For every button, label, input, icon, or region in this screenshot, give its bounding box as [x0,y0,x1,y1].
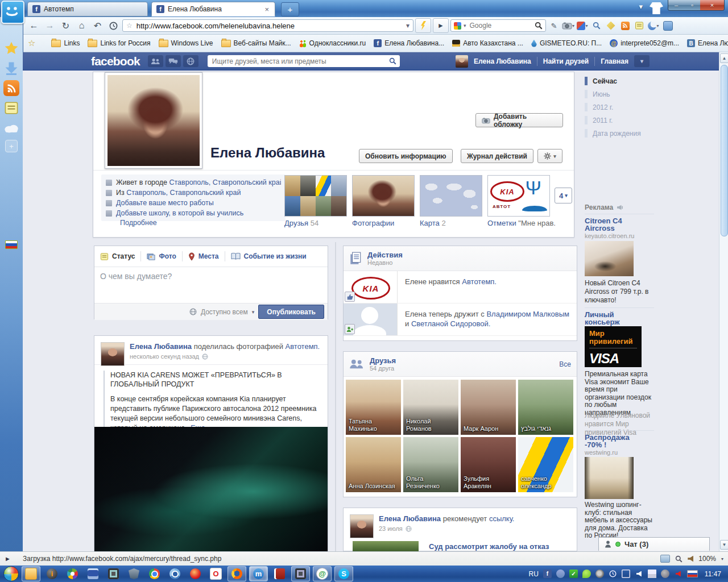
see-all-friends-link[interactable]: Все [559,360,571,368]
tab-life-event[interactable]: Событие из жизни [231,252,307,260]
friend-tile[interactable]: Марк Аарон [461,380,516,435]
menu-caret-icon[interactable]: ▾ [636,0,645,13]
account-caret-icon[interactable]: ▾ [634,55,650,67]
taskbar-shield-app[interactable] [125,567,143,581]
cloud-icon[interactable] [3,120,19,136]
messages-icon[interactable] [166,55,181,67]
zoom-level[interactable]: 100% [698,555,716,563]
tab-place[interactable]: Места [188,252,219,261]
taskbar-explorer[interactable] [22,566,40,581]
settings-gear-button[interactable]: ▾ [537,149,562,163]
close-button[interactable]: × [700,0,724,10]
tray-sound-red-icon[interactable] [674,569,682,578]
map-tile[interactable] [420,175,482,217]
ad-visa-image[interactable]: Мир привилегий VISA [585,326,642,367]
activity-log-button[interactable]: Журнал действий [461,149,533,163]
night-mode-icon[interactable]: ▾ [647,19,660,32]
back-icon[interactable]: ← [27,19,41,32]
undo-icon[interactable]: ↶ [90,19,105,32]
post-target-link[interactable]: ссылку. [489,514,515,523]
favorites-star-icon[interactable] [3,40,19,56]
taskbar-save-tool[interactable] [84,567,102,581]
forward-icon[interactable]: → [43,19,57,32]
tray-facebook-icon[interactable]: f [543,569,552,578]
liked-page-link[interactable]: Автотемп. [462,277,497,286]
photos-tile[interactable] [352,175,415,217]
from-city-link[interactable]: Ставрополь, Ставропольский край [126,189,241,197]
browser-tab-avtotemp[interactable]: f Автотемп [27,2,148,16]
friends-tile-label[interactable]: Друзья 54 [284,219,318,227]
page-scrollbar[interactable]: ▲ ▼ [719,52,728,551]
notes-icon[interactable] [3,100,19,116]
timeline-birthday[interactable]: Дата рождения [593,130,641,138]
link-preview-thumb[interactable] [353,541,419,551]
tray-globe-icon[interactable] [661,569,669,578]
tray-scheduler-icon[interactable] [609,569,617,578]
bookmark-mail[interactable]: @interprete052@m... [610,39,679,47]
skin-icon[interactable] [650,2,663,14]
ad-westwing-image[interactable] [585,457,634,499]
friend-tile[interactable]: Ольга Резниченко [403,437,458,492]
start-button[interactable] [3,566,19,581]
bookmark-websites-ms[interactable]: Веб-сайты Майк... [221,39,291,47]
taskbar-laptop2[interactable] [291,566,310,581]
timeline-2012[interactable]: 2012 г. [593,103,613,111]
tray-mail-icon[interactable] [648,569,656,578]
bookmark-elena-vk[interactable]: ВЕлена Любавина [687,39,728,47]
tray-volume-icon[interactable] [635,569,643,578]
bookmark-windows-live[interactable]: Windows Live [159,39,213,47]
bookmark-star-icon[interactable]: ☆ [126,22,133,30]
history-clock-icon[interactable] [106,19,121,32]
tray-flag-ru-icon[interactable] [687,570,698,577]
activity-title-link[interactable]: Действия [367,251,403,259]
add-work-link[interactable]: Добавьте ваше место работы [116,198,214,208]
friend-tile[interactable]: Зульфия Аракелян [461,437,516,492]
more-tiles-button[interactable]: 4▾ [555,188,572,203]
friend-tile[interactable]: Николай Романов [403,380,458,435]
article-title[interactable]: НОВАЯ KIA CARENS МОЖЕТ «ПРЕВРАТИТЬСЯ» В … [110,371,320,389]
bookmark-links[interactable]: Links [51,39,80,47]
chat-bar[interactable]: Чат (3) [598,537,710,551]
add-sidebar-item-icon[interactable]: + [5,140,18,152]
taskbar-clock[interactable]: 11:47 [705,570,721,578]
bookmark-odnoklassniki[interactable]: Одноклассники.ru [299,39,366,47]
likes-tile-label[interactable]: Отметки "Мне нрав... [487,219,556,227]
home-icon[interactable]: ⌂ [75,19,89,32]
update-info-button[interactable]: Обновить информацию [359,149,453,163]
tray-antivirus-icon[interactable]: ✓ [569,569,578,578]
header-profile-link[interactable]: Елена Любавина [474,57,531,65]
publish-button[interactable]: Опубликовать [258,305,324,319]
home-link[interactable]: Главная [601,57,628,65]
search-icon[interactable] [535,22,543,30]
refresh-icon[interactable]: ↻ [59,19,73,32]
post-avatar[interactable] [101,342,125,366]
sticky-note-icon[interactable] [633,19,646,32]
address-dropdown-icon[interactable]: ▾ [406,22,410,30]
taskbar-red-book-app[interactable] [271,567,288,581]
taskbar-mailru-agent[interactable]: @ [313,566,332,581]
tray-webcam-icon[interactable] [595,569,604,578]
lightning-icon[interactable] [415,18,431,33]
timeline-2011[interactable]: 2011 г. [593,117,613,124]
bookmark-links-russia[interactable]: Links for Россия [88,39,150,47]
friend-tile[interactable]: Татьяна Махинько [346,380,401,435]
taskbar-opera[interactable]: O [207,567,225,581]
tab-status[interactable]: Статус [100,252,135,261]
friend-thumb[interactable] [344,304,398,335]
about-more-link[interactable]: Подробнее [120,219,157,227]
taskbar-red-sphere-app[interactable] [187,567,204,581]
scroll-down-icon[interactable]: ▼ [720,540,728,550]
tray-language[interactable]: RU [529,570,539,578]
megaphone-icon[interactable] [617,205,623,210]
russian-flag-icon[interactable] [5,240,18,249]
dev-tool-icon[interactable] [590,19,603,32]
taskbar-picasa[interactable] [64,567,81,581]
taskbar-maxthon-active[interactable]: m [249,566,268,581]
post-author-link[interactable]: Елена Любавина [379,514,441,523]
new-tab-button[interactable]: + [281,2,299,16]
zoom-caret-icon[interactable]: ▾ [721,556,723,562]
new-friend-link-1[interactable]: Владимиром Малковым [486,310,569,318]
taskbar-skype[interactable]: S [334,566,353,581]
tab-close-icon[interactable]: × [263,5,270,14]
sidebar-toggle-icon[interactable]: ► [5,555,11,562]
